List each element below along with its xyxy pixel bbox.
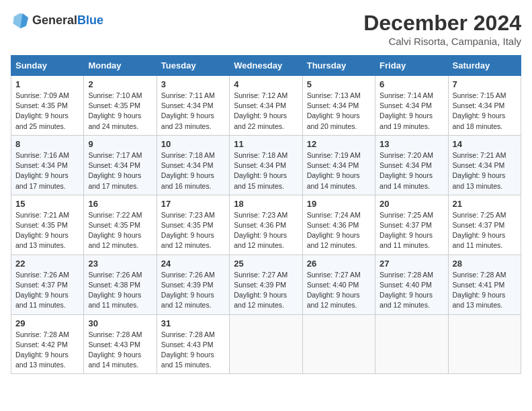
logo-blue: Blue (77, 13, 103, 28)
day-number: 3 (161, 79, 225, 89)
calendar-cell: 30Sunrise: 7:28 AM Sunset: 4:43 PM Dayli… (84, 314, 157, 374)
day-number: 8 (15, 139, 79, 149)
calendar-cell (302, 314, 375, 374)
day-info: Sunrise: 7:18 AM Sunset: 4:34 PM Dayligh… (234, 150, 298, 191)
day-number: 10 (161, 139, 225, 149)
day-number: 14 (453, 139, 517, 149)
day-number: 19 (307, 199, 371, 209)
calendar-cell: 28Sunrise: 7:28 AM Sunset: 4:41 PM Dayli… (448, 255, 521, 314)
day-info: Sunrise: 7:20 AM Sunset: 4:34 PM Dayligh… (380, 150, 443, 191)
day-number: 1 (15, 79, 79, 89)
day-number: 29 (15, 318, 79, 328)
day-info: Sunrise: 7:12 AM Sunset: 4:34 PM Dayligh… (234, 91, 298, 132)
day-number: 26 (307, 259, 371, 269)
calendar-cell: 18Sunrise: 7:23 AM Sunset: 4:36 PM Dayli… (230, 195, 302, 255)
calendar-cell: 19Sunrise: 7:24 AM Sunset: 4:36 PM Dayli… (302, 195, 375, 255)
calendar-cell: 21Sunrise: 7:25 AM Sunset: 4:37 PM Dayli… (448, 195, 521, 255)
calendar-cell: 13Sunrise: 7:20 AM Sunset: 4:34 PM Dayli… (375, 135, 448, 195)
weekday-header: Thursday (302, 56, 375, 76)
day-number: 6 (380, 79, 443, 89)
weekday-header: Tuesday (157, 56, 229, 76)
calendar-week-row: 1Sunrise: 7:09 AM Sunset: 4:35 PM Daylig… (11, 76, 521, 136)
day-info: Sunrise: 7:16 AM Sunset: 4:34 PM Dayligh… (15, 150, 79, 191)
location-title: Calvi Risorta, Campania, Italy (363, 36, 521, 47)
day-number: 12 (307, 139, 371, 149)
title-area: December 2024 Calvi Risorta, Campania, I… (363, 11, 521, 47)
calendar-cell (230, 314, 302, 374)
calendar-week-row: 29Sunrise: 7:28 AM Sunset: 4:42 PM Dayli… (11, 314, 521, 374)
day-info: Sunrise: 7:21 AM Sunset: 4:35 PM Dayligh… (15, 210, 79, 251)
day-number: 2 (88, 79, 152, 89)
month-title: December 2024 (363, 11, 521, 36)
calendar-cell: 2Sunrise: 7:10 AM Sunset: 4:35 PM Daylig… (84, 76, 157, 136)
day-info: Sunrise: 7:27 AM Sunset: 4:40 PM Dayligh… (307, 270, 371, 311)
calendar-cell: 29Sunrise: 7:28 AM Sunset: 4:42 PM Dayli… (11, 314, 84, 374)
calendar-cell: 22Sunrise: 7:26 AM Sunset: 4:37 PM Dayli… (11, 255, 84, 314)
calendar-week-row: 8Sunrise: 7:16 AM Sunset: 4:34 PM Daylig… (11, 135, 521, 195)
calendar-cell: 15Sunrise: 7:21 AM Sunset: 4:35 PM Dayli… (11, 195, 84, 255)
day-info: Sunrise: 7:10 AM Sunset: 4:35 PM Dayligh… (88, 91, 152, 132)
calendar-cell: 3Sunrise: 7:11 AM Sunset: 4:34 PM Daylig… (157, 76, 229, 136)
calendar-cell: 25Sunrise: 7:27 AM Sunset: 4:39 PM Dayli… (230, 255, 302, 314)
calendar-cell: 17Sunrise: 7:23 AM Sunset: 4:35 PM Dayli… (157, 195, 229, 255)
day-info: Sunrise: 7:25 AM Sunset: 4:37 PM Dayligh… (453, 210, 517, 251)
weekday-header: Saturday (448, 56, 521, 76)
day-number: 25 (234, 259, 298, 269)
weekday-header: Wednesday (230, 56, 302, 76)
day-info: Sunrise: 7:14 AM Sunset: 4:34 PM Dayligh… (380, 91, 443, 132)
weekday-header-row: SundayMondayTuesdayWednesdayThursdayFrid… (11, 56, 521, 76)
day-number: 24 (161, 259, 225, 269)
logo-icon (11, 11, 30, 30)
day-number: 27 (380, 259, 443, 269)
day-info: Sunrise: 7:25 AM Sunset: 4:37 PM Dayligh… (380, 210, 443, 251)
weekday-header: Monday (84, 56, 157, 76)
calendar-cell: 14Sunrise: 7:21 AM Sunset: 4:34 PM Dayli… (448, 135, 521, 195)
calendar-cell (375, 314, 448, 374)
calendar-cell: 27Sunrise: 7:28 AM Sunset: 4:40 PM Dayli… (375, 255, 448, 314)
day-number: 31 (161, 318, 225, 328)
day-number: 17 (161, 199, 225, 209)
weekday-header: Sunday (11, 56, 84, 76)
day-info: Sunrise: 7:17 AM Sunset: 4:34 PM Dayligh… (88, 150, 152, 191)
calendar-cell: 9Sunrise: 7:17 AM Sunset: 4:34 PM Daylig… (84, 135, 157, 195)
day-info: Sunrise: 7:21 AM Sunset: 4:34 PM Dayligh… (453, 150, 517, 191)
calendar-week-row: 15Sunrise: 7:21 AM Sunset: 4:35 PM Dayli… (11, 195, 521, 255)
day-info: Sunrise: 7:24 AM Sunset: 4:36 PM Dayligh… (307, 210, 371, 251)
calendar-table: SundayMondayTuesdayWednesdayThursdayFrid… (11, 55, 521, 374)
day-info: Sunrise: 7:23 AM Sunset: 4:35 PM Dayligh… (161, 210, 225, 251)
day-number: 15 (15, 199, 79, 209)
calendar-cell: 20Sunrise: 7:25 AM Sunset: 4:37 PM Dayli… (375, 195, 448, 255)
day-number: 22 (15, 259, 79, 269)
calendar-cell: 5Sunrise: 7:13 AM Sunset: 4:34 PM Daylig… (302, 76, 375, 136)
day-info: Sunrise: 7:28 AM Sunset: 4:40 PM Dayligh… (380, 270, 443, 311)
day-number: 18 (234, 199, 298, 209)
calendar-cell (448, 314, 521, 374)
day-number: 7 (453, 79, 517, 89)
calendar-cell: 8Sunrise: 7:16 AM Sunset: 4:34 PM Daylig… (11, 135, 84, 195)
calendar-cell: 4Sunrise: 7:12 AM Sunset: 4:34 PM Daylig… (230, 76, 302, 136)
day-info: Sunrise: 7:22 AM Sunset: 4:35 PM Dayligh… (88, 210, 152, 251)
day-info: Sunrise: 7:13 AM Sunset: 4:34 PM Dayligh… (307, 91, 371, 132)
day-info: Sunrise: 7:28 AM Sunset: 4:43 PM Dayligh… (88, 330, 152, 371)
day-info: Sunrise: 7:23 AM Sunset: 4:36 PM Dayligh… (234, 210, 298, 251)
day-info: Sunrise: 7:28 AM Sunset: 4:42 PM Dayligh… (15, 330, 79, 371)
calendar-cell: 31Sunrise: 7:28 AM Sunset: 4:43 PM Dayli… (157, 314, 229, 374)
day-info: Sunrise: 7:19 AM Sunset: 4:34 PM Dayligh… (307, 150, 371, 191)
day-info: Sunrise: 7:15 AM Sunset: 4:34 PM Dayligh… (453, 91, 517, 132)
day-info: Sunrise: 7:11 AM Sunset: 4:34 PM Dayligh… (161, 91, 225, 132)
calendar-cell: 1Sunrise: 7:09 AM Sunset: 4:35 PM Daylig… (11, 76, 84, 136)
day-info: Sunrise: 7:27 AM Sunset: 4:39 PM Dayligh… (234, 270, 298, 311)
weekday-header: Friday (375, 56, 448, 76)
day-number: 30 (88, 318, 152, 328)
day-info: Sunrise: 7:18 AM Sunset: 4:34 PM Dayligh… (161, 150, 225, 191)
logo-text: General Blue (32, 13, 103, 28)
day-info: Sunrise: 7:26 AM Sunset: 4:38 PM Dayligh… (88, 270, 152, 311)
day-info: Sunrise: 7:09 AM Sunset: 4:35 PM Dayligh… (15, 91, 79, 132)
day-number: 21 (453, 199, 517, 209)
day-number: 9 (88, 139, 152, 149)
logo: General Blue (11, 11, 103, 30)
calendar-week-row: 22Sunrise: 7:26 AM Sunset: 4:37 PM Dayli… (11, 255, 521, 314)
calendar-cell: 16Sunrise: 7:22 AM Sunset: 4:35 PM Dayli… (84, 195, 157, 255)
day-info: Sunrise: 7:28 AM Sunset: 4:43 PM Dayligh… (161, 330, 225, 371)
calendar-cell: 7Sunrise: 7:15 AM Sunset: 4:34 PM Daylig… (448, 76, 521, 136)
